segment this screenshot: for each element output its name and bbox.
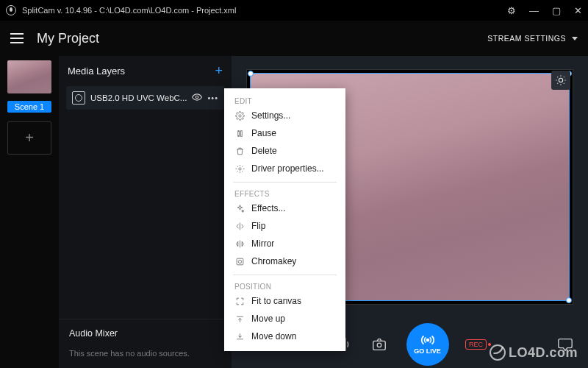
menu-item-delete[interactable]: Delete [224,142,345,160]
stream-settings-button[interactable]: STREAM SETTINGS [487,34,578,43]
move-up-icon [234,314,245,324]
visibility-toggle-icon[interactable] [192,92,202,104]
header: My Project STREAM SETTINGS [0,21,588,56]
go-live-label: GO LIVE [414,347,441,355]
svg-rect-7 [240,130,242,136]
menu-item-mirror[interactable]: Mirror [224,235,345,252]
menu-item-driver-properties[interactable]: Driver properties... [224,160,345,177]
move-down-icon [234,331,245,342]
menu-section-edit: EDIT [224,94,345,107]
resize-handle-br[interactable] [566,297,572,303]
add-layer-button[interactable]: + [215,63,223,79]
svg-point-1 [559,78,562,82]
resize-handle-tl[interactable] [248,71,254,77]
fit-icon [234,296,245,306]
scenes-panel: Scene 1 + [0,56,59,368]
svg-point-8 [238,167,240,169]
svg-point-3 [377,343,381,347]
layer-context-menu: EDIT Settings... Pause Delete Driver pro… [224,88,345,351]
gear-icon [234,110,245,121]
sparkle-icon [234,203,245,213]
chevron-down-icon [572,37,578,40]
add-scene-button[interactable]: + [7,121,51,155]
menu-item-move-down[interactable]: Move down [224,328,345,345]
app-window: SplitCam v. 10.4.96 - C:\LO4D.com\LO4D.c… [0,0,588,368]
svg-rect-6 [237,130,239,136]
brightness-button[interactable] [551,71,570,90]
gear-icon [234,163,245,174]
go-live-button[interactable]: GO LIVE [406,323,449,366]
mirror-icon [234,238,245,249]
webcam-icon [72,91,85,105]
svg-point-4 [426,339,429,342]
svg-rect-2 [373,341,385,350]
settings-icon[interactable]: ⚙ [507,5,516,16]
chat-button[interactable] [557,336,573,353]
menu-item-chromakey[interactable]: Chromakey [224,252,345,270]
svg-point-10 [238,260,241,263]
pause-icon [234,128,245,138]
minimize-button[interactable]: — [529,5,539,16]
layer-name: USB2.0 HD UVC WebC... [90,93,187,102]
svg-point-5 [238,114,240,116]
audio-mixer-empty-text: This scene has no audio sources. [69,349,221,358]
project-title: My Project [37,31,487,46]
menu-item-settings[interactable]: Settings... [224,107,345,124]
chromakey-icon [234,256,245,266]
close-button[interactable]: ✕ [574,5,582,16]
titlebar: SplitCam v. 10.4.96 - C:\LO4D.com\LO4D.c… [0,0,588,21]
menu-item-fit-to-canvas[interactable]: Fit to canvas [224,292,345,310]
layers-panel: Media Layers + USB2.0 HD UVC WebC... •••… [59,56,232,368]
trash-icon [234,146,245,156]
layer-item[interactable]: USB2.0 HD UVC WebC... ••• [66,86,224,110]
screenshot-button[interactable] [371,336,387,353]
window-title: SplitCam v. 10.4.96 - C:\LO4D.com\LO4D.c… [22,6,501,15]
menu-button[interactable] [10,33,24,43]
stream-settings-label: STREAM SETTINGS [487,34,566,43]
maximize-button[interactable]: ▢ [552,5,561,16]
menu-item-pause[interactable]: Pause [224,124,345,142]
menu-item-effects[interactable]: Effects... [224,199,345,217]
layer-more-button[interactable]: ••• [207,93,218,102]
svg-point-0 [196,96,199,99]
menu-section-position: POSITION [224,280,345,292]
scene-thumbnail[interactable] [7,60,51,93]
menu-section-effects: EFFECTS [224,187,345,199]
record-button[interactable]: REC [468,336,484,353]
audio-mixer-title: Audio Mixer [69,328,221,339]
menu-item-flip[interactable]: Flip [224,217,345,235]
menu-item-move-up[interactable]: Move up [224,310,345,328]
flip-icon [234,221,245,231]
layers-title: Media Layers [68,66,125,77]
audio-mixer-panel: Audio Mixer This scene has no audio sour… [59,319,232,368]
scene-label[interactable]: Scene 1 [7,101,51,113]
svg-rect-9 [237,258,243,265]
app-icon [6,5,16,15]
